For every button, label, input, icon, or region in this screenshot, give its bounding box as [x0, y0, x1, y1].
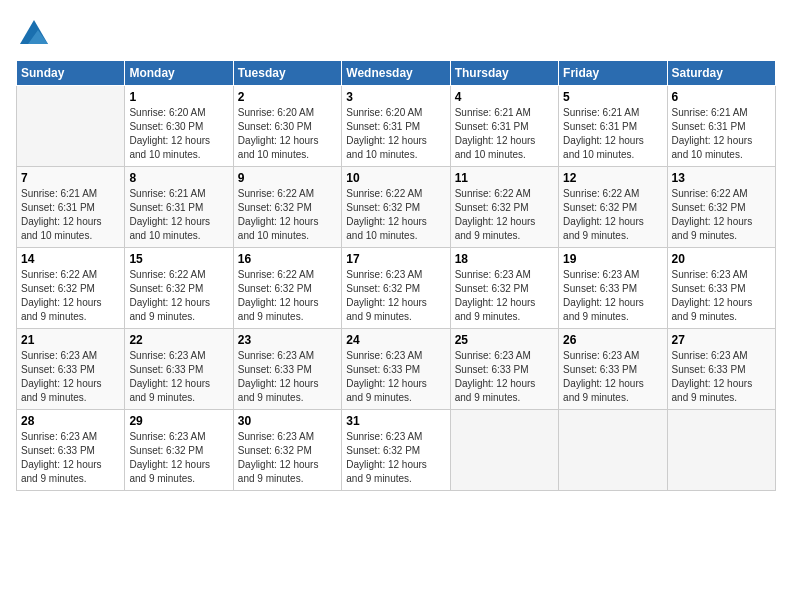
day-info: Sunrise: 6:22 AM Sunset: 6:32 PM Dayligh…: [238, 268, 337, 324]
day-number: 20: [672, 252, 771, 266]
day-number: 18: [455, 252, 554, 266]
day-number: 25: [455, 333, 554, 347]
day-info: Sunrise: 6:23 AM Sunset: 6:33 PM Dayligh…: [455, 349, 554, 405]
calendar-header-friday: Friday: [559, 61, 667, 86]
day-number: 30: [238, 414, 337, 428]
calendar-cell: 25Sunrise: 6:23 AM Sunset: 6:33 PM Dayli…: [450, 329, 558, 410]
calendar-cell: 12Sunrise: 6:22 AM Sunset: 6:32 PM Dayli…: [559, 167, 667, 248]
day-info: Sunrise: 6:21 AM Sunset: 6:31 PM Dayligh…: [21, 187, 120, 243]
calendar-cell: 1Sunrise: 6:20 AM Sunset: 6:30 PM Daylig…: [125, 86, 233, 167]
day-info: Sunrise: 6:23 AM Sunset: 6:33 PM Dayligh…: [21, 349, 120, 405]
calendar-week-row: 28Sunrise: 6:23 AM Sunset: 6:33 PM Dayli…: [17, 410, 776, 491]
day-number: 2: [238, 90, 337, 104]
calendar-cell: 15Sunrise: 6:22 AM Sunset: 6:32 PM Dayli…: [125, 248, 233, 329]
day-number: 17: [346, 252, 445, 266]
calendar-cell: 18Sunrise: 6:23 AM Sunset: 6:32 PM Dayli…: [450, 248, 558, 329]
day-number: 12: [563, 171, 662, 185]
day-info: Sunrise: 6:22 AM Sunset: 6:32 PM Dayligh…: [129, 268, 228, 324]
day-number: 7: [21, 171, 120, 185]
calendar-cell: 13Sunrise: 6:22 AM Sunset: 6:32 PM Dayli…: [667, 167, 775, 248]
day-info: Sunrise: 6:21 AM Sunset: 6:31 PM Dayligh…: [129, 187, 228, 243]
day-info: Sunrise: 6:23 AM Sunset: 6:32 PM Dayligh…: [129, 430, 228, 486]
calendar-header-monday: Monday: [125, 61, 233, 86]
calendar-cell: 20Sunrise: 6:23 AM Sunset: 6:33 PM Dayli…: [667, 248, 775, 329]
day-info: Sunrise: 6:22 AM Sunset: 6:32 PM Dayligh…: [346, 187, 445, 243]
calendar-cell: 6Sunrise: 6:21 AM Sunset: 6:31 PM Daylig…: [667, 86, 775, 167]
day-info: Sunrise: 6:22 AM Sunset: 6:32 PM Dayligh…: [238, 187, 337, 243]
calendar-cell: 30Sunrise: 6:23 AM Sunset: 6:32 PM Dayli…: [233, 410, 341, 491]
calendar-cell: 19Sunrise: 6:23 AM Sunset: 6:33 PM Dayli…: [559, 248, 667, 329]
calendar-cell: 21Sunrise: 6:23 AM Sunset: 6:33 PM Dayli…: [17, 329, 125, 410]
day-info: Sunrise: 6:21 AM Sunset: 6:31 PM Dayligh…: [455, 106, 554, 162]
calendar-cell: 24Sunrise: 6:23 AM Sunset: 6:33 PM Dayli…: [342, 329, 450, 410]
day-info: Sunrise: 6:23 AM Sunset: 6:32 PM Dayligh…: [346, 430, 445, 486]
calendar-header-wednesday: Wednesday: [342, 61, 450, 86]
calendar-cell: 26Sunrise: 6:23 AM Sunset: 6:33 PM Dayli…: [559, 329, 667, 410]
day-info: Sunrise: 6:23 AM Sunset: 6:33 PM Dayligh…: [563, 268, 662, 324]
day-info: Sunrise: 6:22 AM Sunset: 6:32 PM Dayligh…: [455, 187, 554, 243]
day-info: Sunrise: 6:23 AM Sunset: 6:33 PM Dayligh…: [238, 349, 337, 405]
calendar-cell: 22Sunrise: 6:23 AM Sunset: 6:33 PM Dayli…: [125, 329, 233, 410]
calendar-cell: 28Sunrise: 6:23 AM Sunset: 6:33 PM Dayli…: [17, 410, 125, 491]
calendar-cell: 5Sunrise: 6:21 AM Sunset: 6:31 PM Daylig…: [559, 86, 667, 167]
logo: [16, 16, 56, 52]
calendar-cell: [450, 410, 558, 491]
day-number: 16: [238, 252, 337, 266]
calendar-header-row: SundayMondayTuesdayWednesdayThursdayFrid…: [17, 61, 776, 86]
day-number: 26: [563, 333, 662, 347]
calendar-week-row: 14Sunrise: 6:22 AM Sunset: 6:32 PM Dayli…: [17, 248, 776, 329]
day-info: Sunrise: 6:21 AM Sunset: 6:31 PM Dayligh…: [563, 106, 662, 162]
day-info: Sunrise: 6:23 AM Sunset: 6:33 PM Dayligh…: [346, 349, 445, 405]
day-info: Sunrise: 6:20 AM Sunset: 6:31 PM Dayligh…: [346, 106, 445, 162]
day-number: 23: [238, 333, 337, 347]
day-info: Sunrise: 6:23 AM Sunset: 6:33 PM Dayligh…: [129, 349, 228, 405]
calendar-cell: 23Sunrise: 6:23 AM Sunset: 6:33 PM Dayli…: [233, 329, 341, 410]
calendar-cell: 4Sunrise: 6:21 AM Sunset: 6:31 PM Daylig…: [450, 86, 558, 167]
calendar-cell: 17Sunrise: 6:23 AM Sunset: 6:32 PM Dayli…: [342, 248, 450, 329]
day-info: Sunrise: 6:23 AM Sunset: 6:32 PM Dayligh…: [455, 268, 554, 324]
day-number: 5: [563, 90, 662, 104]
day-number: 29: [129, 414, 228, 428]
calendar-cell: 29Sunrise: 6:23 AM Sunset: 6:32 PM Dayli…: [125, 410, 233, 491]
day-info: Sunrise: 6:23 AM Sunset: 6:33 PM Dayligh…: [672, 268, 771, 324]
day-number: 15: [129, 252, 228, 266]
calendar-cell: 31Sunrise: 6:23 AM Sunset: 6:32 PM Dayli…: [342, 410, 450, 491]
day-number: 4: [455, 90, 554, 104]
logo-icon: [16, 16, 52, 52]
day-number: 21: [21, 333, 120, 347]
calendar-cell: [17, 86, 125, 167]
day-info: Sunrise: 6:22 AM Sunset: 6:32 PM Dayligh…: [21, 268, 120, 324]
calendar-cell: 10Sunrise: 6:22 AM Sunset: 6:32 PM Dayli…: [342, 167, 450, 248]
day-info: Sunrise: 6:23 AM Sunset: 6:33 PM Dayligh…: [21, 430, 120, 486]
calendar-header-tuesday: Tuesday: [233, 61, 341, 86]
day-number: 28: [21, 414, 120, 428]
day-info: Sunrise: 6:23 AM Sunset: 6:33 PM Dayligh…: [672, 349, 771, 405]
calendar-cell: 11Sunrise: 6:22 AM Sunset: 6:32 PM Dayli…: [450, 167, 558, 248]
calendar-cell: 9Sunrise: 6:22 AM Sunset: 6:32 PM Daylig…: [233, 167, 341, 248]
day-info: Sunrise: 6:20 AM Sunset: 6:30 PM Dayligh…: [129, 106, 228, 162]
day-number: 10: [346, 171, 445, 185]
day-number: 19: [563, 252, 662, 266]
calendar-cell: [667, 410, 775, 491]
calendar-week-row: 7Sunrise: 6:21 AM Sunset: 6:31 PM Daylig…: [17, 167, 776, 248]
calendar-week-row: 21Sunrise: 6:23 AM Sunset: 6:33 PM Dayli…: [17, 329, 776, 410]
day-number: 3: [346, 90, 445, 104]
page-header: [16, 16, 776, 52]
calendar-cell: 14Sunrise: 6:22 AM Sunset: 6:32 PM Dayli…: [17, 248, 125, 329]
day-number: 31: [346, 414, 445, 428]
calendar-cell: 2Sunrise: 6:20 AM Sunset: 6:30 PM Daylig…: [233, 86, 341, 167]
calendar-cell: 7Sunrise: 6:21 AM Sunset: 6:31 PM Daylig…: [17, 167, 125, 248]
day-info: Sunrise: 6:21 AM Sunset: 6:31 PM Dayligh…: [672, 106, 771, 162]
calendar-cell: 16Sunrise: 6:22 AM Sunset: 6:32 PM Dayli…: [233, 248, 341, 329]
day-number: 14: [21, 252, 120, 266]
day-info: Sunrise: 6:20 AM Sunset: 6:30 PM Dayligh…: [238, 106, 337, 162]
calendar-cell: 8Sunrise: 6:21 AM Sunset: 6:31 PM Daylig…: [125, 167, 233, 248]
day-number: 1: [129, 90, 228, 104]
day-number: 8: [129, 171, 228, 185]
calendar-table: SundayMondayTuesdayWednesdayThursdayFrid…: [16, 60, 776, 491]
calendar-header-sunday: Sunday: [17, 61, 125, 86]
day-number: 24: [346, 333, 445, 347]
day-info: Sunrise: 6:23 AM Sunset: 6:32 PM Dayligh…: [346, 268, 445, 324]
calendar-cell: 27Sunrise: 6:23 AM Sunset: 6:33 PM Dayli…: [667, 329, 775, 410]
day-number: 9: [238, 171, 337, 185]
